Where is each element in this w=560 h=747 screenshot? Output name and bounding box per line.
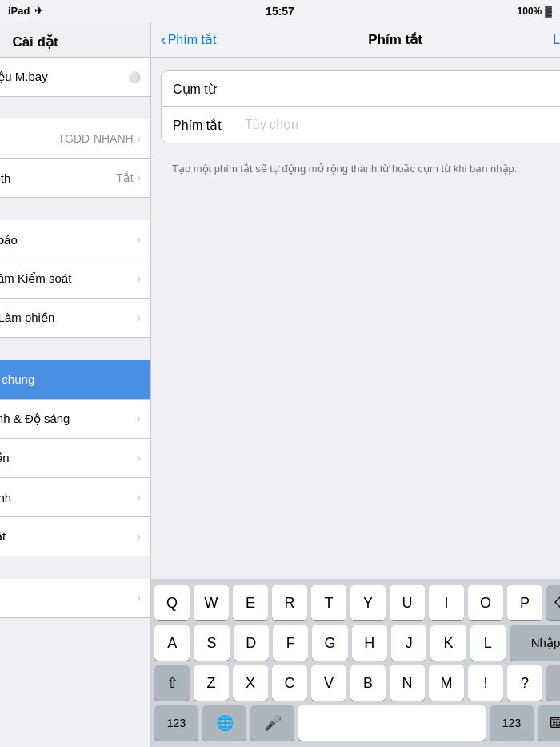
key-p[interactable]: P — [507, 585, 542, 620]
toggle-icon[interactable]: ⚪ — [128, 71, 141, 83]
sidebar-item-hinhnen[interactable]: 🌸 Hình nền › — [0, 439, 150, 478]
key-d[interactable]: D — [234, 625, 269, 661]
num-key-left[interactable]: 123 — [154, 705, 198, 741]
section-gap-3 — [0, 338, 150, 360]
key-question[interactable]: ? — [507, 665, 542, 701]
sidebar-item-thongbao[interactable]: 🔔 Thông báo › — [0, 220, 150, 259]
shift-left-key[interactable]: ⇧ — [154, 665, 190, 701]
wifi-value: TGDD-NHANH — [58, 132, 134, 145]
num-key-right[interactable]: 123 — [490, 705, 534, 741]
form-hint: Tạo một phím tắt sẽ tự động mở rộng thàn… — [161, 153, 560, 187]
key-v[interactable]: V — [311, 665, 346, 701]
keyboard-row-3: ⇧ Z X C V B N M ! ? ⇧ — [154, 665, 560, 701]
hinhnen-chevron: › — [137, 451, 141, 465]
key-a[interactable]: A — [154, 625, 190, 661]
key-t[interactable]: T — [311, 585, 346, 620]
right-panel: ‹ Phím tắt Phím tắt Lưu Cụm từ Phím tắt — [151, 22, 560, 747]
manhinh-label: Màn hình & Độ sáng — [0, 412, 137, 426]
key-q[interactable]: Q — [154, 585, 190, 620]
bluetooth-label: Bluetooth — [0, 171, 116, 185]
keyboard-hide-key[interactable]: ⌨ — [538, 705, 560, 741]
key-k[interactable]: K — [430, 625, 466, 661]
phimtat-row: Phím tắt — [162, 107, 560, 143]
khonglam-chevron: › — [137, 311, 141, 325]
cumtu-row: Cụm từ — [162, 71, 560, 107]
key-z[interactable]: Z — [194, 665, 229, 701]
icloud-chevron: › — [137, 591, 141, 605]
space-key[interactable] — [298, 705, 486, 741]
nav-bar: ‹ Phím tắt Phím tắt Lưu — [151, 22, 560, 58]
manhinh-chevron: › — [137, 412, 141, 426]
key-y[interactable]: Y — [350, 585, 386, 620]
nav-back-button[interactable]: ‹ Phím tắt — [161, 30, 216, 49]
sidebar-item-manhinh[interactable]: AA Màn hình & Độ sáng › — [0, 400, 150, 439]
section-gap-2 — [0, 198, 150, 220]
key-w[interactable]: W — [194, 585, 229, 620]
key-r[interactable]: R — [272, 585, 307, 620]
key-l[interactable]: L — [470, 625, 506, 661]
ipad-label: iPad — [8, 5, 30, 17]
key-b[interactable]: B — [350, 665, 386, 701]
key-m[interactable]: M — [429, 665, 464, 701]
return-key[interactable]: Nhập — [510, 625, 560, 661]
sidebar-item-wifi[interactable]: 📶 Wi-Fi TGDD-NHANH › — [0, 119, 150, 159]
key-i[interactable]: I — [429, 585, 464, 620]
sidebar-item-caidatchung[interactable]: ⚙ Cài đặt chung — [0, 360, 150, 400]
sidebar-item-icloud[interactable]: ☁ iCloud › — [0, 579, 150, 618]
split-view: Cài đặt 🛫 Giới thiệu M.bay ⚪ 📶 Wi-Fi TGD… — [0, 22, 560, 747]
sidebar-item-khonglam[interactable]: 🌙 Không Làm phiền › — [0, 299, 150, 338]
sidebar: Cài đặt 🛫 Giới thiệu M.bay ⚪ 📶 Wi-Fi TGD… — [0, 22, 151, 747]
key-e[interactable]: E — [233, 585, 268, 620]
key-n[interactable]: N — [390, 665, 425, 701]
sidebar-item-baomat[interactable]: ✋ Bảo mật › — [0, 517, 150, 556]
cumtu-input[interactable] — [245, 82, 560, 96]
sidebar-item-trungtam[interactable]: ⚙ Trung tâm Kiểm soát › — [0, 259, 150, 299]
keyboard: Q W E R T Y U I O P ⌫ A S D F — [151, 579, 560, 747]
keyboard-row-2: A S D F G H J K L Nhập — [154, 625, 560, 661]
key-c[interactable]: C — [272, 665, 307, 701]
key-g[interactable]: G — [312, 625, 347, 661]
section-gap-1 — [0, 97, 150, 119]
form-section: Cụm từ Phím tắt — [161, 70, 560, 143]
khonglam-label: Không Làm phiền — [0, 311, 137, 325]
baomat-chevron: › — [137, 529, 141, 544]
key-exclaim[interactable]: ! — [468, 665, 503, 701]
thongbao-chevron: › — [137, 232, 141, 247]
key-j[interactable]: J — [391, 625, 426, 661]
amthanh-label: Âm thanh — [0, 491, 137, 504]
status-left: iPad ✈ — [8, 5, 43, 17]
amthanh-chevron: › — [137, 490, 141, 504]
globe-key[interactable]: 🌐 — [202, 705, 246, 741]
trungtam-label: Trung tâm Kiểm soát — [0, 271, 137, 286]
wifi-label: Wi-Fi — [0, 132, 58, 146]
icloud-label: iCloud — [0, 592, 137, 605]
phimtat-input[interactable] — [245, 118, 560, 132]
nav-back-label: Phím tắt — [168, 32, 217, 47]
battery-percent: 100% — [518, 6, 542, 17]
caidatchung-label: Cài đặt chung — [0, 372, 141, 387]
key-f[interactable]: F — [273, 625, 308, 661]
key-h[interactable]: H — [352, 625, 387, 661]
key-o[interactable]: O — [468, 585, 503, 620]
key-x[interactable]: X — [233, 665, 268, 701]
key-u[interactable]: U — [390, 585, 425, 620]
sidebar-title: Cài đặt — [0, 22, 150, 58]
bluetooth-chevron: › — [137, 171, 141, 185]
sidebar-item-bluetooth[interactable]: B Bluetooth Tắt › — [0, 159, 150, 198]
battery-icon: ▓ — [545, 6, 552, 17]
shift-right-key[interactable]: ⇧ — [546, 665, 560, 701]
trungtam-chevron: › — [137, 271, 141, 286]
sidebar-item-giaotrinh[interactable]: 🛫 Giới thiệu M.bay ⚪ — [0, 58, 150, 97]
key-s[interactable]: S — [194, 625, 229, 661]
mic-key[interactable]: 🎤 — [250, 705, 294, 741]
app-container: Cài đặt 🛫 Giới thiệu M.bay ⚪ 📶 Wi-Fi TGD… — [0, 22, 560, 747]
thongbao-label: Thông báo — [0, 233, 137, 247]
form-area: Cụm từ Phím tắt Tạo một phím tắt sẽ tự đ… — [151, 58, 560, 579]
cumtu-label: Cụm từ — [173, 82, 245, 97]
sidebar-item-amthanh[interactable]: 🔊 Âm thanh › — [0, 478, 150, 517]
nav-save-button[interactable]: Lưu — [553, 32, 560, 47]
keyboard-row-1: Q W E R T Y U I O P ⌫ — [154, 585, 560, 620]
baomat-label: Bảo mật — [0, 529, 137, 544]
backspace-key[interactable]: ⌫ — [546, 585, 560, 620]
nav-title: Phím tắt — [368, 31, 422, 48]
